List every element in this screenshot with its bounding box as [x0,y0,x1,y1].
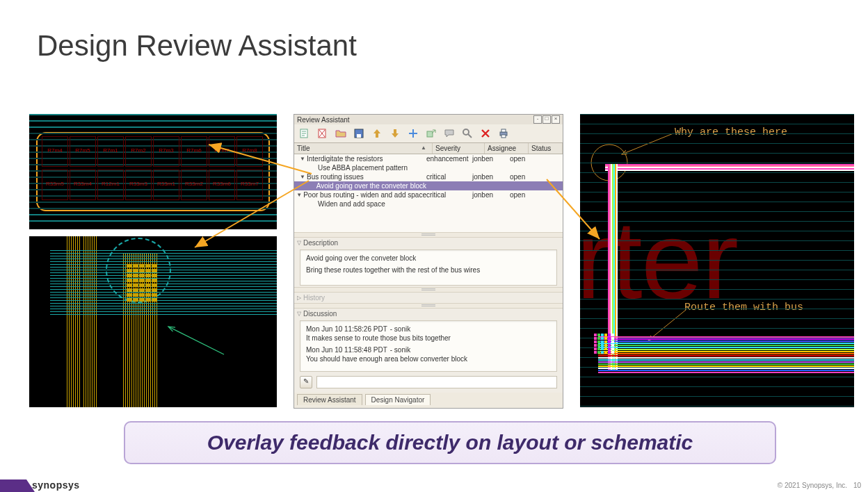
issue-title: Bus routing issues [307,173,364,181]
reply-row: ✎ [300,376,557,388]
issue-title: Widen and add space [318,200,385,208]
issue-row[interactable]: Widen and add space [294,199,563,208]
window-title: Review Assistant [297,116,533,124]
toolbar [294,124,563,142]
footer-copyright: © 2021 Synopsys, Inc. [778,482,847,489]
issue-title: Use ABBA placement pattern [318,164,408,172]
discussion-timestamp: Mon Jun 10 11:58:26 PDT [306,325,387,333]
footer-logo: synopsys [32,479,80,491]
resistor-cell: R33m4 [70,170,96,200]
issue-row[interactable]: Use ABBA placement pattern [294,163,563,172]
svg-rect-9 [501,135,506,138]
resistor-cell: R7m7 [209,136,235,167]
resistor-cell: R7m5 [70,136,96,167]
svg-line-11 [622,133,673,154]
tab-design-navigator[interactable]: Design Navigator [365,394,431,405]
resistor-cell: R33m3 [125,170,152,200]
arrow-down-icon[interactable] [389,127,401,140]
annotation-bottom: Route them with bus [684,302,803,313]
disclosure-icon: ▷ [297,295,303,301]
svg-line-0 [168,327,224,354]
panels-row: /* stripes built below via JS */ R7m4R7m… [29,114,854,409]
disclosure-icon[interactable]: ▼ [296,192,302,198]
discussion-text-line: It makes sense to route those bus bits t… [306,334,551,342]
resistor-cell: R33m1 [153,170,179,200]
issue-severity: critical [426,173,472,181]
discussion-author: - sonik [390,325,410,333]
issue-title: Poor bus routing - widen and add space [303,191,426,199]
resistor-cell: R33m2 [181,170,207,200]
section-history[interactable]: ▷ History [294,293,563,303]
print-icon[interactable] [497,127,510,140]
resistor-cell: R7m2 [125,136,152,167]
window-min-icon[interactable]: ‑ [533,115,542,124]
new-note-icon[interactable] [298,127,311,140]
section-description[interactable]: ▽ Description [294,238,563,248]
save-icon[interactable] [353,127,365,140]
issue-row[interactable]: ▼Bus routing issuescriticaljonbenopen [294,172,563,181]
reply-input[interactable] [316,376,557,388]
open-folder-icon[interactable] [335,127,347,140]
issue-tree: ▼Interdigitate the resistorsenhancementj… [294,154,563,208]
add-icon[interactable] [407,127,419,140]
svg-rect-8 [501,129,506,132]
issue-row[interactable]: Avoid going over the conveter block [294,181,563,190]
tab-review-assistant[interactable]: Review Assistant [297,394,362,405]
layout-image-right: rter Why are these here Route them with … [580,114,854,407]
disclosure-icon[interactable]: ▼ [300,156,305,162]
issue-severity: critical [426,191,472,199]
issue-assignee: jonben [472,191,510,199]
section-discussion-label: Discussion [303,310,337,318]
export-icon[interactable] [425,127,437,140]
arrow-up-icon[interactable] [371,127,383,140]
col-status[interactable]: Status [529,143,563,154]
resistor-cell: R7m8 [236,136,263,167]
col-severity[interactable]: Severity [433,143,485,154]
disclosure-icon: ▽ [297,240,303,246]
disclosure-icon[interactable]: ▼ [300,174,305,180]
col-title[interactable]: Title ▲ [294,143,433,154]
col-assignee[interactable]: Assignee [485,143,529,154]
resistor-cell: R7m1 [97,136,124,167]
discussion-timestamp: Mon Jun 10 11:58:48 PDT [306,346,387,354]
layout-image-bottom [29,236,277,407]
issue-status: open [510,191,563,199]
close-x-icon[interactable] [479,127,492,140]
resistor-cell: R33m5 [42,170,68,200]
window-close-icon[interactable]: × [552,115,560,124]
resistor-cell: R33m7 [236,170,263,200]
issue-assignee: jonben [472,155,510,163]
footer-page-number: 10 [853,482,861,489]
resistor-cell: R7m6 [181,136,207,167]
caption-banner: Overlay feedback directly on layout or s… [124,421,776,464]
issue-status: open [510,173,563,181]
review-assistant-window: Review Assistant ‑ □ × [294,114,563,409]
disclosure-icon: ▽ [297,311,303,317]
svg-rect-4 [357,134,361,138]
delete-note-icon[interactable] [316,127,329,140]
issue-row[interactable]: ▼Interdigitate the resistorsenhancementj… [294,154,563,163]
find-icon[interactable] [461,127,474,140]
comment-icon[interactable] [443,127,456,140]
issue-row[interactable]: ▼Poor bus routing - widen and add spacec… [294,190,563,199]
discussion-text: Mon Jun 10 11:58:26 PDT- sonikIt makes s… [300,320,557,372]
resistor-cell: R12m1 [97,170,124,200]
reply-add-icon[interactable]: ✎ [300,376,312,388]
resistor-cell: R33m6 [209,170,235,200]
window-max-icon[interactable]: □ [542,115,551,124]
slide-title: Design Review Assistant [37,29,357,63]
section-discussion[interactable]: ▽ Discussion [294,309,563,319]
svg-rect-5 [427,131,433,137]
issue-title: Interdigitate the resistors [307,155,383,163]
section-description-label: Description [303,239,338,247]
discussion-text-line: You should have enough area below conver… [306,355,551,363]
sort-asc-icon: ▲ [421,145,429,151]
layout-image-top: /* stripes built below via JS */ R7m4R7m… [29,114,277,229]
svg-point-6 [463,129,469,135]
issue-title: Avoid going over the conveter block [316,182,426,190]
annotation-top: Why are these here [675,126,787,138]
resistor-cell: R7m3 [153,136,179,167]
left-column: /* stripes built below via JS */ R7m4R7m… [29,114,277,409]
caption-banner-text: Overlay feedback directly on layout or s… [207,431,693,454]
issue-list-header: Title ▲ Severity Assignee Status [294,142,563,154]
